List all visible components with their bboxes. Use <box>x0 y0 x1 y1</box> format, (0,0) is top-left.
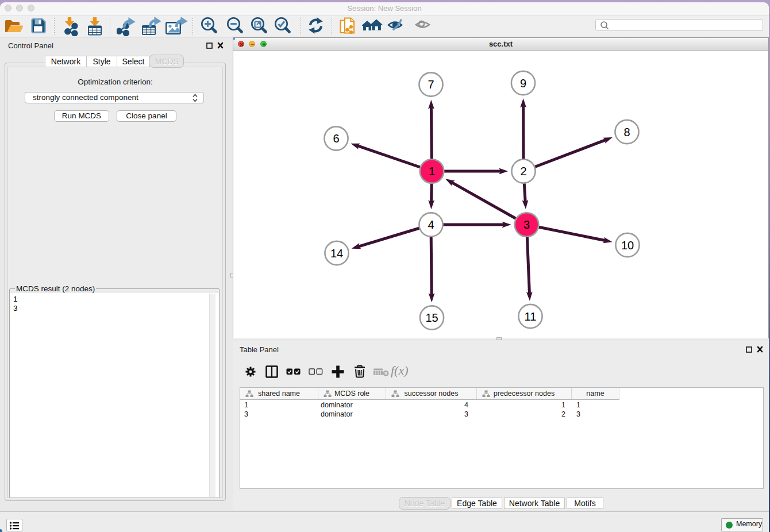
svg-text:6: 6 <box>333 132 339 145</box>
svg-text:11: 11 <box>525 310 537 323</box>
svg-text:10: 10 <box>621 239 634 252</box>
svg-text:7: 7 <box>428 78 434 91</box>
svg-text:3: 3 <box>523 218 530 231</box>
svg-text:15: 15 <box>425 311 438 324</box>
svg-text:8: 8 <box>623 126 630 138</box>
svg-text:1: 1 <box>429 165 435 178</box>
svg-text:4: 4 <box>428 218 434 231</box>
svg-text:2: 2 <box>520 165 526 178</box>
svg-text:f(x): f(x) <box>391 364 409 377</box>
svg-text:9: 9 <box>520 77 526 90</box>
svg-text:14: 14 <box>330 247 343 260</box>
